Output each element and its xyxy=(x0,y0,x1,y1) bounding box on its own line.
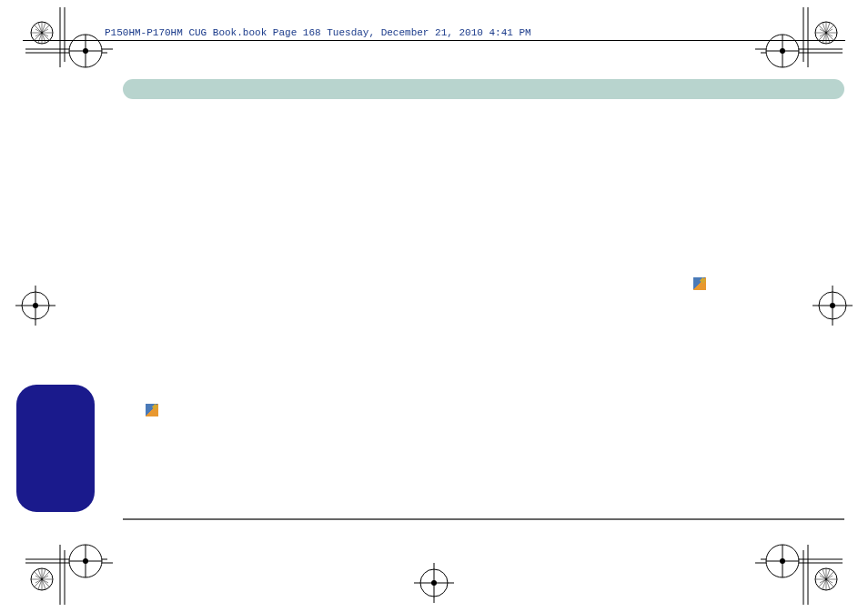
header-divider xyxy=(23,40,845,41)
crosshair-mark-icon xyxy=(15,286,56,326)
registration-mark-icon xyxy=(25,7,116,71)
side-tab xyxy=(16,385,95,512)
crosshair-mark-icon xyxy=(414,563,454,603)
header-metadata-text: P150HM-P170HM CUG Book.book Page 168 Tue… xyxy=(105,27,531,38)
registration-mark-icon xyxy=(25,541,116,605)
registration-mark-icon xyxy=(752,541,843,605)
edit-icon xyxy=(146,404,158,416)
footer-divider xyxy=(123,518,844,520)
edit-icon xyxy=(693,277,706,290)
section-header-bar xyxy=(123,79,844,99)
crosshair-mark-icon xyxy=(812,286,853,326)
registration-mark-icon xyxy=(752,7,843,71)
